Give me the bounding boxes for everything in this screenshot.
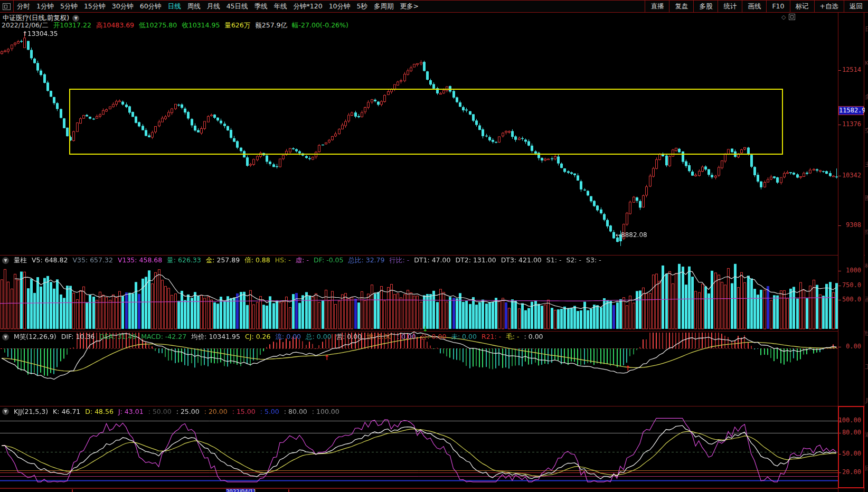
bottom-tick bbox=[72, 489, 73, 492]
axis-label: 10342 bbox=[842, 172, 861, 179]
menu-item-返回[interactable]: 返回 bbox=[844, 0, 868, 13]
axis-tick bbox=[838, 125, 841, 125]
indicator-token: J:43.01 bbox=[118, 408, 144, 415]
axis-label: 0.00 bbox=[846, 343, 861, 350]
indicator-token: DEA:31.49 bbox=[99, 333, 136, 342]
kdj-chart[interactable] bbox=[0, 406, 838, 488]
menu-item-更多>[interactable]: 更多> bbox=[397, 2, 422, 11]
indicator-token: S2:- bbox=[566, 256, 581, 265]
axis-label: 80.00 bbox=[842, 429, 861, 436]
indicator-token: MACD:-42.27 bbox=[141, 333, 186, 342]
right-edge-strip[interactable]: 日K多空主图指标画线工具返回 bbox=[865, 13, 868, 492]
window-icon[interactable] bbox=[789, 14, 795, 20]
menu-item-复盘[interactable]: 复盘 bbox=[669, 0, 693, 13]
indicator-token: 营:0.00 bbox=[336, 333, 362, 342]
indicator-token: V35:657.32 bbox=[72, 256, 112, 265]
menu-item-年线[interactable]: 年线 bbox=[271, 2, 290, 11]
axis-tick bbox=[838, 347, 841, 347]
menu-item-直播[interactable]: 直播 bbox=[645, 0, 669, 13]
diamond-icon[interactable]: ◇ bbox=[781, 14, 786, 21]
menu-item-1分钟[interactable]: 1分钟 bbox=[33, 2, 57, 11]
axis-tick bbox=[838, 421, 841, 421]
layout-icon[interactable] bbox=[3, 3, 11, 10]
menubar-left-items: 分时1分钟5分钟15分钟30分钟60分钟日线周线月线45日线季线年线分钟*120… bbox=[14, 2, 422, 11]
menu-item-周线[interactable]: 周线 bbox=[184, 2, 204, 11]
bottom-tick bbox=[288, 489, 289, 492]
indicator-token: 流:0.00 bbox=[276, 333, 301, 342]
menubar-left: 分时1分钟5分钟15分钟30分钟60分钟日线周线月线45日线季线年线分钟*120… bbox=[0, 1, 422, 12]
menu-item-30分钟[interactable]: 30分钟 bbox=[109, 2, 137, 11]
current-price-tag: 11582.9 bbox=[838, 106, 864, 115]
menu-item-+自选[interactable]: +自选 bbox=[814, 0, 844, 13]
collapse-icon[interactable]: ▼ bbox=[2, 408, 9, 415]
axis-tick bbox=[838, 300, 841, 300]
indicator-token: V5:648.82 bbox=[32, 256, 68, 265]
indicator-token: 总:0.00 bbox=[306, 333, 332, 342]
indicator-token: 量:626.33 bbox=[167, 256, 201, 265]
menu-item-统计[interactable]: 统计 bbox=[718, 0, 742, 13]
menu-item-季线[interactable]: 季线 bbox=[251, 2, 271, 11]
macd-chart[interactable] bbox=[0, 332, 838, 406]
indicator-token: :0.00 bbox=[524, 333, 543, 342]
menu-item-多周期[interactable]: 多周期 bbox=[371, 2, 397, 11]
axis-label: 750.0 bbox=[842, 281, 861, 289]
axis-label: 100.00 bbox=[838, 417, 861, 424]
menu-item-F10[interactable]: F10 bbox=[766, 0, 789, 13]
info-token: 低10275.80 bbox=[139, 21, 177, 30]
menu-item-标记[interactable]: 标记 bbox=[790, 0, 814, 13]
menu-item-月线[interactable]: 月线 bbox=[204, 2, 223, 11]
panel-separator bbox=[0, 331, 868, 332]
info-token: 幅-27.00(-0.26%) bbox=[292, 21, 348, 30]
kdj-header-tokens: KJJ(21,5,3)K:46.71D:48.56J:43.01:50.00:2… bbox=[14, 408, 339, 415]
indicator-token: S1:- bbox=[546, 256, 562, 265]
info-token: 高10483.69 bbox=[96, 21, 134, 30]
volume-chart[interactable] bbox=[0, 256, 838, 331]
menu-item-多股[interactable]: 多股 bbox=[693, 0, 718, 13]
indicator-token: :50.00 bbox=[148, 408, 172, 415]
menu-item-画线[interactable]: 画线 bbox=[742, 0, 766, 13]
indicator-token: :0.00 bbox=[397, 333, 416, 342]
indicator-token: DT3:421.00 bbox=[501, 256, 542, 265]
menu-item-分钟*120[interactable]: 分钟*120 bbox=[290, 2, 326, 11]
menu-item-15分钟[interactable]: 15分钟 bbox=[81, 2, 109, 11]
axis-tick bbox=[838, 176, 841, 176]
axis-label: 500.0 bbox=[842, 296, 861, 303]
panel-separator bbox=[0, 255, 868, 256]
indicator-token: 行比:- bbox=[389, 256, 409, 265]
collapse-icon[interactable]: ▼ bbox=[2, 334, 9, 340]
drawn-rectangle[interactable] bbox=[69, 89, 783, 155]
indicator-token: DT1:47.00 bbox=[414, 256, 450, 265]
indicator-token: D:48.56 bbox=[85, 408, 114, 415]
signal-arrow: ↑ bbox=[625, 364, 631, 372]
macd-header: ▼ M笑(12,26,9)DIF:10.36DEA:31.49MACD:-42.… bbox=[2, 333, 543, 342]
menu-item-日线[interactable]: 日线 bbox=[165, 2, 184, 11]
indicator-token: 倍:0.88 bbox=[244, 256, 270, 265]
trading-app-window: 分时1分钟5分钟15分钟30分钟60分钟日线周线月线45日线季线年线分钟*120… bbox=[0, 0, 868, 492]
indicator-token: :20.00 bbox=[204, 408, 228, 415]
info-token: 收10314.95 bbox=[182, 21, 220, 30]
menubar-right-items: 直播复盘多股统计画线F10标记+自选返回 bbox=[645, 1, 868, 12]
bottom-axis-strip: 2022/04/11 bbox=[0, 488, 838, 492]
menu-item-45日线[interactable]: 45日线 bbox=[223, 2, 251, 11]
axis-label: 11376 bbox=[842, 120, 861, 128]
collapse-icon[interactable]: ▼ bbox=[2, 257, 9, 264]
axis-label: 50.00 bbox=[842, 450, 861, 457]
indicator-token: 公:0.00 bbox=[421, 333, 447, 342]
menu-item-5秒[interactable]: 5秒 bbox=[354, 2, 371, 11]
corner-icons: ◇ bbox=[781, 14, 795, 21]
menu-item-分时[interactable]: 分时 bbox=[14, 2, 33, 11]
menu-item-60分钟[interactable]: 60分钟 bbox=[137, 2, 165, 11]
date-label: 2022/04/11 bbox=[226, 489, 254, 492]
indicator-token: 金:257.89 bbox=[206, 256, 240, 265]
menubar: 分时1分钟5分钟15分钟30分钟60分钟日线周线月线45日线季线年线分钟*120… bbox=[0, 0, 868, 13]
menu-item-10分钟[interactable]: 10分钟 bbox=[326, 2, 354, 11]
indicator-token: R21:- bbox=[482, 333, 501, 342]
indicator-token: DIF:10.36 bbox=[61, 333, 95, 342]
axis-label: 12514 bbox=[842, 66, 861, 73]
indicator-token: :5.00 bbox=[260, 408, 279, 415]
volume-header-tokens: 量柱V5:648.82V35:657.32V135:458.68量:626.33… bbox=[14, 256, 601, 265]
menu-item-5分钟[interactable]: 5分钟 bbox=[57, 2, 81, 11]
macd-header-tokens: M笑(12,26,9)DIF:10.36DEA:31.49MACD:-42.27… bbox=[14, 333, 543, 342]
signal-arrow: ↑ bbox=[324, 354, 330, 362]
info-token: 开10317.22 bbox=[53, 21, 91, 30]
